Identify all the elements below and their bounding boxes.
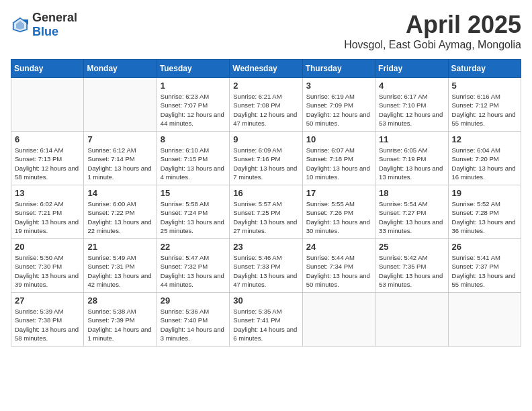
day-of-week-header: Monday [84,60,157,78]
day-info: Sunrise: 5:49 AMSunset: 7:31 PMDaylight:… [87,253,152,289]
day-info: Sunrise: 6:21 AMSunset: 7:08 PMDaylight:… [233,92,298,128]
calendar-cell: 19Sunrise: 5:52 AMSunset: 7:28 PMDayligh… [448,185,521,239]
day-number: 21 [87,242,152,252]
day-of-week-header: Thursday [302,60,375,78]
day-info: Sunrise: 6:10 AMSunset: 7:15 PMDaylight:… [161,146,226,181]
day-number: 28 [87,295,152,306]
day-number: 17 [306,188,371,198]
calendar-cell: 28Sunrise: 5:38 AMSunset: 7:39 PMDayligh… [84,293,157,347]
day-info: Sunrise: 5:38 AMSunset: 7:39 PMDaylight:… [87,307,152,342]
day-number: 5 [452,81,517,91]
calendar-cell [11,78,84,132]
calendar-cell: 29Sunrise: 5:36 AMSunset: 7:40 PMDayligh… [157,293,229,347]
calendar-cell: 27Sunrise: 5:39 AMSunset: 7:38 PMDayligh… [11,293,84,347]
day-number: 25 [379,242,444,252]
calendar-cell: 9Sunrise: 6:09 AMSunset: 7:16 PMDaylight… [230,132,302,185]
day-number: 10 [306,134,371,144]
day-info: Sunrise: 6:00 AMSunset: 7:22 PMDaylight:… [87,199,152,235]
day-info: Sunrise: 6:23 AMSunset: 7:07 PMDaylight:… [161,92,226,128]
day-number: 8 [161,134,226,144]
calendar-cell: 6Sunrise: 6:14 AMSunset: 7:13 PMDaylight… [11,132,84,185]
calendar-cell [84,78,157,132]
calendar-cell: 2Sunrise: 6:21 AMSunset: 7:08 PMDaylight… [230,78,302,132]
day-info: Sunrise: 5:39 AMSunset: 7:38 PMDaylight:… [15,307,80,342]
day-number: 3 [306,81,371,91]
day-info: Sunrise: 5:46 AMSunset: 7:33 PMDaylight:… [233,253,298,289]
day-number: 20 [15,242,80,252]
day-info: Sunrise: 5:47 AMSunset: 7:32 PMDaylight:… [161,253,226,289]
day-info: Sunrise: 5:50 AMSunset: 7:30 PMDaylight:… [15,253,80,289]
calendar-cell: 18Sunrise: 5:54 AMSunset: 7:27 PMDayligh… [375,185,448,239]
day-number: 27 [15,295,80,306]
logo-text: General Blue [32,11,77,39]
title-area: April 2025 Hovsgol, East Gobi Aymag, Mon… [344,11,521,51]
day-number: 9 [233,134,298,144]
calendar-cell: 10Sunrise: 6:07 AMSunset: 7:18 PMDayligh… [302,132,375,185]
day-info: Sunrise: 6:07 AMSunset: 7:18 PMDaylight:… [306,146,371,181]
day-info: Sunrise: 6:02 AMSunset: 7:21 PMDaylight:… [15,199,80,235]
day-info: Sunrise: 5:52 AMSunset: 7:28 PMDaylight:… [452,199,517,235]
calendar-cell: 1Sunrise: 6:23 AMSunset: 7:07 PMDaylight… [157,78,229,132]
day-number: 19 [452,188,517,198]
day-info: Sunrise: 6:16 AMSunset: 7:12 PMDaylight:… [452,92,517,128]
calendar-header: SundayMondayTuesdayWednesdayThursdayFrid… [11,60,521,78]
calendar-cell: 21Sunrise: 5:49 AMSunset: 7:31 PMDayligh… [84,239,157,293]
day-of-week-header: Friday [375,60,448,78]
day-info: Sunrise: 5:35 AMSunset: 7:41 PMDaylight:… [233,307,298,342]
day-number: 15 [161,188,226,198]
day-number: 29 [161,295,226,306]
calendar-cell: 30Sunrise: 5:35 AMSunset: 7:41 PMDayligh… [230,293,302,347]
calendar-cell [302,293,375,347]
day-number: 14 [87,188,152,198]
calendar-cell: 15Sunrise: 5:58 AMSunset: 7:24 PMDayligh… [157,185,229,239]
day-info: Sunrise: 6:04 AMSunset: 7:20 PMDaylight:… [452,146,517,181]
calendar-week-row: 20Sunrise: 5:50 AMSunset: 7:30 PMDayligh… [11,239,521,293]
day-number: 7 [87,134,152,144]
calendar-week-row: 6Sunrise: 6:14 AMSunset: 7:13 PMDaylight… [11,132,521,185]
day-number: 6 [15,134,80,144]
day-number: 22 [161,242,226,252]
logo-icon [11,15,30,34]
calendar-cell: 3Sunrise: 6:19 AMSunset: 7:09 PMDaylight… [302,78,375,132]
calendar-cell: 13Sunrise: 6:02 AMSunset: 7:21 PMDayligh… [11,185,84,239]
calendar-cell: 5Sunrise: 6:16 AMSunset: 7:12 PMDaylight… [448,78,521,132]
calendar-week-row: 13Sunrise: 6:02 AMSunset: 7:21 PMDayligh… [11,185,521,239]
calendar-cell: 12Sunrise: 6:04 AMSunset: 7:20 PMDayligh… [448,132,521,185]
month-title: April 2025 [344,11,521,39]
calendar-week-row: 27Sunrise: 5:39 AMSunset: 7:38 PMDayligh… [11,293,521,347]
day-of-week-header: Sunday [11,60,84,78]
calendar-cell: 25Sunrise: 5:42 AMSunset: 7:35 PMDayligh… [375,239,448,293]
page-header: General Blue April 2025 Hovsgol, East Go… [11,11,521,51]
day-number: 23 [233,242,298,252]
calendar-cell: 24Sunrise: 5:44 AMSunset: 7:34 PMDayligh… [302,239,375,293]
day-info: Sunrise: 5:36 AMSunset: 7:40 PMDaylight:… [161,307,226,342]
day-of-week-header: Wednesday [230,60,302,78]
day-number: 26 [452,242,517,252]
day-info: Sunrise: 6:12 AMSunset: 7:14 PMDaylight:… [87,146,152,181]
day-of-week-header: Saturday [448,60,521,78]
day-info: Sunrise: 5:42 AMSunset: 7:35 PMDaylight:… [379,253,444,289]
calendar-cell: 4Sunrise: 6:17 AMSunset: 7:10 PMDaylight… [375,78,448,132]
calendar-cell [375,293,448,347]
day-number: 2 [233,81,298,91]
day-info: Sunrise: 6:09 AMSunset: 7:16 PMDaylight:… [233,146,298,181]
logo: General Blue [11,11,77,39]
day-info: Sunrise: 5:44 AMSunset: 7:34 PMDaylight:… [306,253,371,289]
location-title: Hovsgol, East Gobi Aymag, Mongolia [344,39,521,51]
calendar-cell: 16Sunrise: 5:57 AMSunset: 7:25 PMDayligh… [230,185,302,239]
day-info: Sunrise: 6:14 AMSunset: 7:13 PMDaylight:… [15,146,80,181]
day-info: Sunrise: 6:19 AMSunset: 7:09 PMDaylight:… [306,92,371,128]
calendar-cell: 11Sunrise: 6:05 AMSunset: 7:19 PMDayligh… [375,132,448,185]
day-number: 18 [379,188,444,198]
day-number: 4 [379,81,444,91]
day-info: Sunrise: 5:57 AMSunset: 7:25 PMDaylight:… [233,199,298,235]
calendar-table: SundayMondayTuesdayWednesdayThursdayFrid… [11,59,521,347]
day-number: 11 [379,134,444,144]
header-row: SundayMondayTuesdayWednesdayThursdayFrid… [11,60,521,78]
calendar-cell: 22Sunrise: 5:47 AMSunset: 7:32 PMDayligh… [157,239,229,293]
calendar-week-row: 1Sunrise: 6:23 AMSunset: 7:07 PMDaylight… [11,78,521,132]
day-info: Sunrise: 5:58 AMSunset: 7:24 PMDaylight:… [161,199,226,235]
day-number: 13 [15,188,80,198]
calendar-cell: 23Sunrise: 5:46 AMSunset: 7:33 PMDayligh… [230,239,302,293]
day-info: Sunrise: 6:05 AMSunset: 7:19 PMDaylight:… [379,146,444,181]
